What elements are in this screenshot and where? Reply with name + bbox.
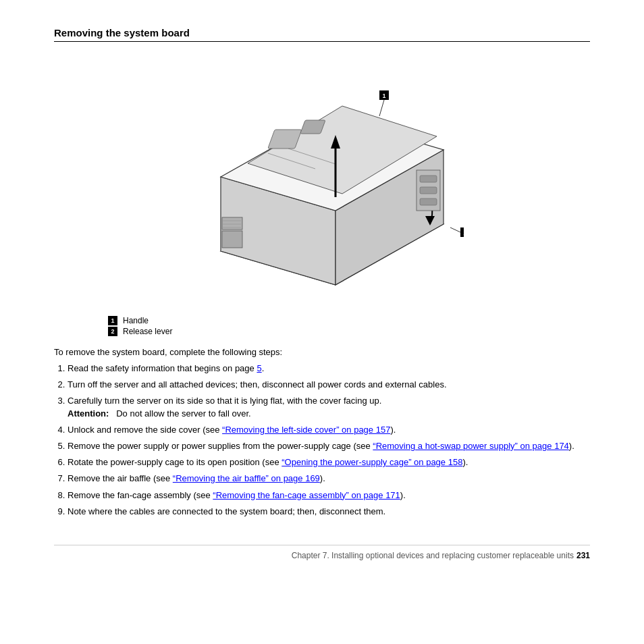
step-5-link[interactable]: “Removing a hot-swap power supply” on pa… xyxy=(373,441,569,451)
diagram-container: 1 2 xyxy=(54,55,590,305)
callout-item-2: 2 Release lever xyxy=(108,327,590,336)
page-title: Removing the system board xyxy=(54,27,590,42)
callout-list: 1 Handle 2 Release lever xyxy=(108,316,590,336)
step-1-link[interactable]: 5 xyxy=(257,363,261,373)
step-8: Remove the fan-cage assembly (see “Remov… xyxy=(68,489,590,502)
svg-line-25 xyxy=(379,100,384,116)
svg-rect-13 xyxy=(222,217,242,230)
step-8-link[interactable]: “Removing the fan-cage assembly” on page… xyxy=(213,490,400,500)
step-6: Rotate the power-supply cage to its open… xyxy=(68,456,590,468)
svg-rect-18 xyxy=(420,176,437,182)
step-4-link[interactable]: “Removing the left-side cover” on page 1… xyxy=(222,425,390,435)
step-7: Remove the air baffle (see “Removing the… xyxy=(68,473,590,485)
svg-rect-19 xyxy=(420,187,437,194)
callout-text-1: Handle xyxy=(123,316,149,325)
svg-rect-12 xyxy=(222,231,242,248)
step-6-link[interactable]: “Opening the power-supply cage” on page … xyxy=(281,457,462,467)
step-4: Unlock and remove the side cover (see “R… xyxy=(68,424,590,436)
step-3: Carefully turn the server on its side so… xyxy=(68,395,590,419)
intro-text: To remove the system board, complete the… xyxy=(54,347,590,357)
svg-line-26 xyxy=(450,227,460,232)
svg-rect-20 xyxy=(420,198,437,205)
steps-list: Read the safety information that begins … xyxy=(68,363,590,518)
footer-chapter-text: Chapter 7. Installing optional devices a… xyxy=(292,551,574,560)
attention-label: Attention: xyxy=(68,408,109,419)
step-9: Note where the cables are connected to t… xyxy=(68,506,590,518)
callout-badge-1: 1 xyxy=(108,316,117,325)
svg-text:1: 1 xyxy=(382,92,385,99)
svg-text:2: 2 xyxy=(463,230,464,236)
step-5: Remove the power supply or power supplie… xyxy=(68,440,590,452)
footer: Chapter 7. Installing optional devices a… xyxy=(54,545,590,560)
step-2: Turn off the server and all attached dev… xyxy=(68,379,590,391)
step-7-link[interactable]: “Removing the air baffle” on page 169 xyxy=(173,473,320,483)
callout-item-1: 1 Handle xyxy=(108,316,590,325)
callout-badge-2: 2 xyxy=(108,327,117,336)
callout-text-2: Release lever xyxy=(123,327,172,336)
footer-page-number: 231 xyxy=(576,551,590,560)
system-board-diagram: 1 2 xyxy=(180,55,464,305)
step-1: Read the safety information that begins … xyxy=(68,363,590,375)
